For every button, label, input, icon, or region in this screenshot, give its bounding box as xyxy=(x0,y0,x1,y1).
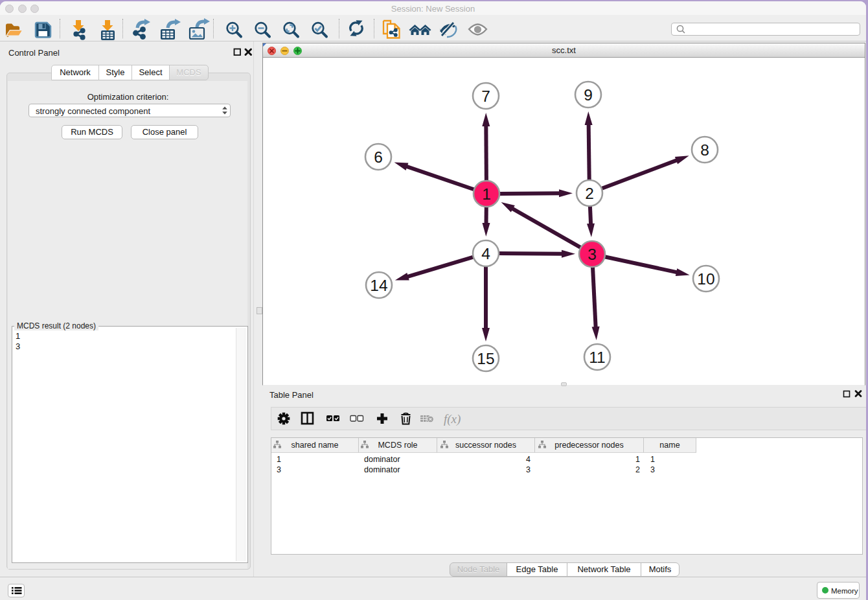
svg-text:3: 3 xyxy=(588,246,597,263)
svg-text:6: 6 xyxy=(374,148,383,166)
svg-text:1: 1 xyxy=(482,185,491,203)
svg-text:7: 7 xyxy=(481,87,490,105)
svg-text:15: 15 xyxy=(477,350,494,367)
svg-text:8: 8 xyxy=(700,141,709,159)
svg-text:4: 4 xyxy=(481,245,490,262)
svg-text:f(x): f(x) xyxy=(444,412,461,426)
svg-text:2: 2 xyxy=(585,185,594,202)
svg-text:14: 14 xyxy=(370,277,387,294)
svg-text:10: 10 xyxy=(697,270,714,288)
svg-text:9: 9 xyxy=(584,86,593,104)
svg-text:11: 11 xyxy=(589,349,605,366)
